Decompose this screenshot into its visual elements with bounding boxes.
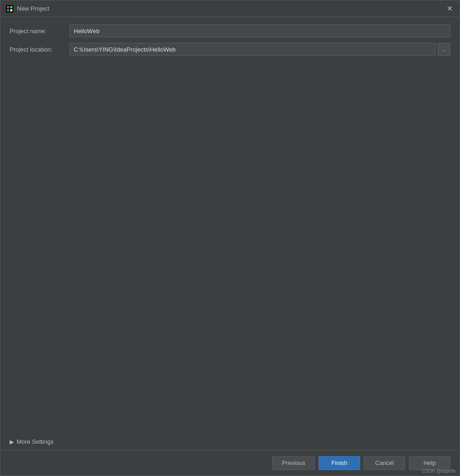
svg-rect-2 bbox=[10, 6, 12, 8]
svg-rect-3 bbox=[7, 9, 9, 12]
watermark: CSDN @aspe9x bbox=[422, 469, 456, 474]
close-button[interactable]: ✕ bbox=[445, 4, 454, 13]
project-name-label: Project name: bbox=[10, 28, 70, 35]
more-settings-label: More Settings bbox=[17, 438, 53, 445]
dialog-title: New Project bbox=[17, 5, 441, 12]
help-button[interactable]: Help bbox=[409, 456, 450, 470]
browse-button[interactable]: ... bbox=[437, 43, 450, 56]
more-settings-row[interactable]: ▶ More Settings bbox=[0, 434, 460, 450]
finish-button[interactable]: Finish bbox=[319, 456, 360, 470]
app-icon bbox=[6, 5, 13, 12]
new-project-dialog: New Project ✕ Project name: Project loca… bbox=[0, 0, 460, 476]
expand-icon: ▶ bbox=[10, 439, 14, 445]
project-name-input[interactable] bbox=[70, 24, 450, 37]
project-name-row: Project name: bbox=[10, 24, 450, 37]
svg-rect-1 bbox=[7, 6, 9, 8]
content-spacer bbox=[10, 61, 450, 426]
project-location-input[interactable] bbox=[70, 43, 436, 56]
previous-button[interactable]: Previous bbox=[272, 456, 315, 470]
dialog-content: Project name: Project location: ... bbox=[0, 17, 460, 434]
svg-rect-4 bbox=[10, 9, 12, 12]
dialog-footer: Previous Finish Cancel Help bbox=[0, 450, 460, 476]
title-bar: New Project ✕ bbox=[0, 0, 460, 17]
project-location-row: Project location: ... bbox=[10, 43, 450, 56]
cancel-button[interactable]: Cancel bbox=[364, 456, 405, 470]
project-location-label: Project location: bbox=[10, 46, 70, 53]
